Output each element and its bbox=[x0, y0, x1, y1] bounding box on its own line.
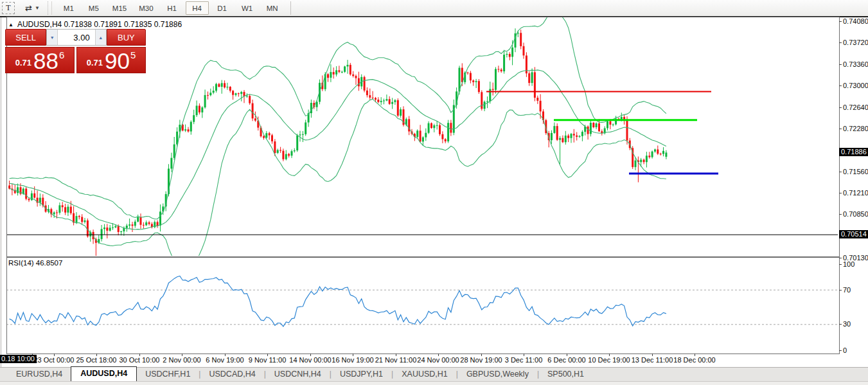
time-axis-label: 6 Nov 19:00 bbox=[206, 356, 244, 364]
price-axis-label: 0.70850 bbox=[843, 210, 868, 218]
volume-input[interactable] bbox=[58, 30, 94, 45]
rsi-indicator-label: RSI(14) 46.8507 bbox=[8, 259, 62, 267]
volume-decrease-button[interactable]: ▼ bbox=[47, 30, 58, 45]
chart-tab-audusd[interactable]: AUDUSD,H4 bbox=[71, 366, 137, 381]
time-axis-label: 23 Oct 00:00 bbox=[34, 356, 75, 364]
spin-up-icon: ▲ bbox=[98, 35, 103, 40]
time-axis-tick bbox=[567, 354, 567, 356]
time-axis-tick bbox=[438, 354, 439, 356]
buy-button-label: BUY bbox=[118, 33, 135, 42]
time-axis-tick bbox=[54, 354, 55, 356]
time-axis-tick bbox=[225, 354, 226, 356]
price-axis-tick bbox=[839, 214, 842, 215]
price-axis-label: 0.72640 bbox=[843, 103, 868, 111]
time-axis-label: 21 Nov 11:00 bbox=[375, 356, 417, 364]
sell-price-prefix: 0.71 bbox=[15, 58, 31, 67]
rsi-axis-label: 100 bbox=[843, 260, 855, 268]
price-axis-label: 0.73000 bbox=[843, 82, 868, 89]
time-axis-label: 9 Nov 11:00 bbox=[249, 356, 287, 364]
price-axis-label: 0.73720 bbox=[843, 39, 868, 46]
sell-button[interactable]: SELL bbox=[5, 29, 46, 46]
time-axis-tick bbox=[267, 354, 268, 356]
chart-tab-usdcad[interactable]: USDCAD,H4 bbox=[200, 368, 263, 381]
time-axis-label: 30 Oct 10:00 bbox=[120, 356, 160, 364]
time-axis-label: 10 Dec 19:00 bbox=[588, 356, 630, 364]
price-axis-label: 0.72280 bbox=[843, 125, 868, 132]
sell-button-label: SELL bbox=[15, 33, 36, 42]
volume-box: ▼ ▲ bbox=[46, 29, 106, 46]
buy-price-pip: 5 bbox=[130, 49, 136, 60]
time-axis-tick bbox=[96, 354, 97, 356]
time-axis-tick bbox=[353, 354, 353, 356]
time-axis-label: 18 Dec 00:00 bbox=[673, 356, 715, 364]
spin-down-icon: ▼ bbox=[50, 35, 55, 40]
one-click-trading-panel: SELL ▼ ▲ BUY 0.71 88 6 0.71 bbox=[5, 29, 146, 73]
time-axis-label: 3 Dec 11:00 bbox=[505, 356, 543, 364]
time-axis-tick bbox=[310, 354, 311, 356]
price-axis-tick bbox=[839, 85, 842, 86]
chart-tab-gbpusd[interactable]: GBPUSD,Weekly bbox=[458, 368, 537, 381]
chart-tab-bar: EURUSD,H4AUDUSD,H4USDCHF,H1|USDCAD,H4|US… bbox=[0, 367, 868, 381]
time-axis-tick bbox=[182, 354, 182, 356]
sell-quote-button[interactable]: 0.71 88 6 bbox=[5, 47, 75, 73]
chart-tab-usdchf[interactable]: USDCHF,H1 bbox=[137, 368, 199, 381]
rsi-axis-label: 70 bbox=[843, 286, 851, 294]
time-axis-tick bbox=[652, 354, 653, 356]
time-axis-tick bbox=[396, 354, 396, 356]
price-axis-label: 0.71210 bbox=[843, 189, 868, 197]
rsi-axis-tick bbox=[839, 350, 842, 351]
chart-title-text: AUDUSD,H4 0.71838 0.71891 0.71835 0.7188… bbox=[17, 20, 182, 29]
symbol-marker-icon: ▲ bbox=[8, 22, 13, 28]
time-axis-label: 14 Nov 00:00 bbox=[289, 356, 331, 364]
time-axis-label: 24 Nov 00:00 bbox=[417, 356, 459, 364]
time-axis-tick bbox=[695, 354, 695, 356]
price-axis-tick bbox=[839, 107, 842, 108]
time-axis-label: 16 Nov 19:00 bbox=[332, 356, 373, 364]
sell-price-pip: 6 bbox=[59, 49, 64, 60]
bollinger-middle-band bbox=[10, 70, 666, 229]
chart-tab-usdjpy[interactable]: USDJPY,H1 bbox=[332, 368, 391, 381]
sell-price-big: 88 bbox=[33, 51, 58, 71]
time-axis-badge: 0.18 10:00 bbox=[0, 355, 37, 363]
price-axis-tick bbox=[839, 129, 842, 129]
price-axis-tick bbox=[839, 21, 842, 22]
rsi-axis-label: 30 bbox=[843, 320, 851, 328]
bollinger-lower-band bbox=[10, 99, 666, 270]
price-axis-label: 0.73360 bbox=[843, 60, 868, 68]
time-axis-label: 2 Nov 00:00 bbox=[163, 356, 200, 364]
price-axis-tick bbox=[839, 42, 842, 43]
buy-button[interactable]: BUY bbox=[107, 29, 146, 46]
price-axis-tick bbox=[839, 172, 842, 172]
rsi-axis-tick bbox=[839, 324, 842, 325]
time-axis-tick bbox=[481, 354, 482, 356]
price-axis-tick bbox=[839, 258, 842, 258]
level-price-badge: 0.70514 bbox=[839, 230, 868, 238]
time-axis-label: 6 Dec 00:00 bbox=[547, 356, 585, 364]
price-axis-label: 0.71560 bbox=[843, 168, 868, 175]
price-axis-label: 0.74080 bbox=[843, 17, 868, 25]
rsi-axis-label: 0 bbox=[843, 346, 847, 354]
chart-title: ▲ AUDUSD,H4 0.71838 0.71891 0.71835 0.71… bbox=[8, 20, 182, 29]
rsi-pane-content bbox=[6, 276, 838, 327]
buy-price-big: 90 bbox=[105, 51, 130, 71]
current-price-badge: 0.71886 bbox=[839, 148, 868, 156]
chart-tab-sp500[interactable]: SP500,H1 bbox=[539, 368, 592, 381]
time-axis-label: 25 Oct 18:00 bbox=[76, 356, 117, 364]
time-axis-label: 28 Nov 19:00 bbox=[460, 356, 502, 364]
chart-tab-eurusd[interactable]: EURUSD,H4 bbox=[8, 368, 71, 381]
time-axis-label: 13 Dec 11:00 bbox=[632, 356, 673, 364]
mt4-window: T ⇄ ▼ M1M5M15M30H1H4D1W1MN ▲ AUDUSD,H4 0… bbox=[0, 0, 868, 385]
time-axis-tick bbox=[609, 354, 610, 356]
time-axis-tick bbox=[139, 354, 140, 356]
time-axis-tick bbox=[524, 354, 524, 356]
status-bar bbox=[0, 381, 868, 385]
buy-price-prefix: 0.71 bbox=[87, 58, 103, 67]
chart-tab-xauusd[interactable]: XAUUSD,H1 bbox=[393, 368, 456, 381]
volume-increase-button[interactable]: ▲ bbox=[95, 30, 106, 45]
chart-tab-usdcnh[interactable]: USDCNH,H4 bbox=[266, 368, 330, 381]
price-axis-tick bbox=[839, 193, 842, 193]
buy-quote-button[interactable]: 0.71 90 5 bbox=[76, 47, 146, 73]
price-axis-tick bbox=[839, 64, 842, 65]
rsi-axis-tick bbox=[839, 264, 842, 265]
rsi-line bbox=[10, 276, 666, 327]
